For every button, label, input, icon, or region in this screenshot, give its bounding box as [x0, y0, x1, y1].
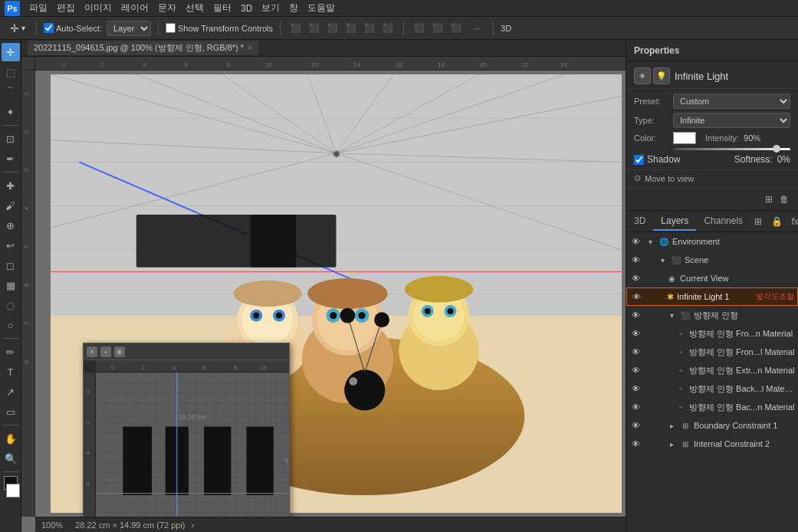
- menu-type[interactable]: 문자: [158, 2, 176, 15]
- layer-expand-scene[interactable]: ▾: [657, 255, 668, 265]
- layer-scene[interactable]: 👁 ▾ ⬛ Scene: [626, 251, 798, 269]
- zoom-tool[interactable]: 🔍: [2, 449, 20, 468]
- tab-3d[interactable]: 3D: [626, 212, 653, 231]
- lasso-tool[interactable]: ⌒: [2, 83, 20, 101]
- move-to-view-btn[interactable]: ⊙ Move to view: [626, 169, 798, 188]
- shadow-checkbox[interactable]: [634, 155, 644, 165]
- menu-edit[interactable]: 편집: [57, 2, 75, 15]
- layer-bangyang1[interactable]: 👁 ▾ ⬛ 방향제 인형: [626, 306, 798, 324]
- properties-action-2[interactable]: 🗑: [777, 192, 792, 207]
- align-center-h-icon[interactable]: ⬛: [306, 20, 323, 37]
- text-tool[interactable]: T: [2, 363, 20, 381]
- layer-expand-boundary-1[interactable]: ▸: [666, 420, 677, 431]
- history-brush[interactable]: ↩: [2, 236, 20, 255]
- canvas-content[interactable]: ✸: [35, 71, 626, 517]
- layer-boundary-1[interactable]: 👁 ▸ ⊞ Boundary Constraint 1: [626, 416, 798, 435]
- auto-select-checkbox[interactable]: [44, 23, 54, 33]
- status-arrow[interactable]: ›: [192, 521, 195, 530]
- menu-filter[interactable]: 필터: [213, 2, 232, 15]
- hand-tool[interactable]: ✋: [2, 429, 20, 448]
- layer-fron-material[interactable]: 👁 ▫ 방향제 인형 Fron...l Material: [626, 343, 798, 361]
- align-left-icon[interactable]: ⬛: [287, 20, 304, 37]
- slider-thumb[interactable]: [773, 145, 780, 153]
- panel-close-btn[interactable]: ×: [87, 346, 97, 357]
- layer-expand-environment[interactable]: ▾: [645, 236, 655, 247]
- layer-eye-current-view[interactable]: 👁: [629, 272, 642, 284]
- light-icon-btn-2[interactable]: 💡: [653, 67, 670, 84]
- menu-window[interactable]: 창: [289, 2, 298, 15]
- layer-select[interactable]: Layer: [107, 21, 151, 36]
- background-color[interactable]: [6, 484, 20, 498]
- move-tool[interactable]: ✛: [2, 43, 20, 61]
- fx-btn[interactable]: fx: [787, 214, 798, 229]
- light-icon-btn-1[interactable]: ☀: [634, 67, 651, 84]
- layer-eye-scene[interactable]: 👁: [629, 254, 642, 266]
- eraser-tool[interactable]: ◻: [2, 256, 20, 274]
- menu-view[interactable]: 보기: [261, 2, 280, 15]
- layer-eye-internal-2[interactable]: 👁: [629, 438, 642, 450]
- new-layer-btn[interactable]: ⊞: [750, 214, 766, 229]
- type-select[interactable]: Infinite: [673, 113, 790, 128]
- layer-eye-extr[interactable]: 👁: [629, 364, 642, 376]
- menu-help[interactable]: 도움말: [307, 2, 335, 15]
- dist-h-icon[interactable]: ⬛: [411, 20, 428, 37]
- blur-tool[interactable]: ◌: [2, 296, 20, 314]
- clone-tool[interactable]: ⊕: [2, 216, 20, 235]
- magic-wand-tool[interactable]: ✦: [2, 103, 20, 121]
- dist-v-icon[interactable]: ⬛: [429, 20, 446, 37]
- layer-extr-material[interactable]: 👁 ▫ 방향제 인형 Extr...n Material: [626, 361, 798, 379]
- tab-channels[interactable]: Channels: [696, 212, 750, 231]
- layer-eye-back[interactable]: 👁: [629, 383, 642, 395]
- layer-infinite-light-1[interactable]: 👁 ✱ Infinite Light 1 빛각도조절: [626, 287, 798, 306]
- doc-tab[interactable]: 20221115_094615.jpg @ 100% (방향제 인형, RGB/…: [28, 41, 258, 55]
- panel-min-btn[interactable]: −: [100, 346, 111, 357]
- transform-checkbox[interactable]: [166, 23, 176, 33]
- layer-eye-bac[interactable]: 👁: [629, 401, 642, 413]
- tab-layers[interactable]: Layers: [653, 212, 696, 231]
- more-icon[interactable]: ···: [469, 20, 486, 37]
- pen-tool[interactable]: ✏: [2, 343, 20, 361]
- align-right-icon[interactable]: ⬛: [324, 20, 341, 37]
- menu-image[interactable]: 이미지: [84, 2, 112, 15]
- properties-action-1[interactable]: ⊞: [761, 192, 777, 207]
- eyedropper-tool[interactable]: ✒: [2, 149, 20, 168]
- dist-more-icon[interactable]: ⬛: [448, 20, 465, 37]
- layer-eye-fro[interactable]: 👁: [629, 327, 642, 340]
- doc-tab-close[interactable]: ×: [248, 44, 252, 52]
- layer-eye-boundary-1[interactable]: 👁: [629, 419, 642, 432]
- intensity-slider[interactable]: [673, 148, 790, 150]
- layer-eye-infinite-light[interactable]: 👁: [630, 291, 642, 303]
- align-top-icon[interactable]: ⬛: [343, 20, 360, 37]
- layer-eye-fron[interactable]: 👁: [629, 346, 642, 358]
- gradient-tool[interactable]: ▦: [2, 276, 20, 294]
- layer-expand-internal-2[interactable]: ▸: [666, 438, 677, 449]
- layer-fro-material[interactable]: 👁 ▫ 방향제 인형 Fro...n Material: [626, 324, 798, 343]
- layer-bac-material[interactable]: 👁 ▫ 방향제 인형 Bac...n Material: [626, 398, 798, 416]
- dodge-tool[interactable]: ○: [2, 316, 20, 334]
- layer-internal-2[interactable]: 👁 ▸ ⊞ Internal Constraint 2: [626, 435, 798, 453]
- menu-3d[interactable]: 3D: [241, 3, 252, 14]
- shape-tool[interactable]: ▭: [2, 402, 20, 421]
- crop-tool[interactable]: ⊡: [2, 130, 20, 148]
- align-bottom-icon[interactable]: ⬛: [379, 20, 396, 37]
- menu-layer[interactable]: 레이어: [121, 2, 149, 15]
- align-center-v-icon[interactable]: ⬛: [361, 20, 378, 37]
- healing-tool[interactable]: ✚: [2, 176, 20, 195]
- layer-expand-bangyang1[interactable]: ▾: [666, 310, 677, 320]
- move-tool-btn[interactable]: ✛ ▾: [6, 21, 29, 36]
- menu-select[interactable]: 선택: [186, 2, 204, 15]
- lock-layer-btn[interactable]: 🔒: [769, 214, 784, 229]
- selection-tool[interactable]: ⬚: [2, 63, 20, 81]
- menu-file[interactable]: 파일: [29, 2, 48, 15]
- layer-eye-bangyang1[interactable]: 👁: [629, 309, 642, 321]
- layer-current-view[interactable]: 👁 ◉ Current View: [626, 269, 798, 287]
- layer-eye-environment[interactable]: 👁: [629, 235, 642, 248]
- layer-environment[interactable]: 👁 ▾ 🌐 Environment: [626, 232, 798, 251]
- svg-point-71: [448, 308, 454, 314]
- layer-back-material[interactable]: 👁 ▫ 방향제 인형 Back...l Material: [626, 379, 798, 398]
- color-swatch[interactable]: [673, 132, 696, 144]
- brush-tool[interactable]: 🖌: [2, 196, 20, 215]
- preset-select[interactable]: Custom: [673, 94, 790, 109]
- path-tool[interactable]: ↗: [2, 383, 20, 401]
- panel-expand-btn[interactable]: ⊕: [114, 346, 125, 357]
